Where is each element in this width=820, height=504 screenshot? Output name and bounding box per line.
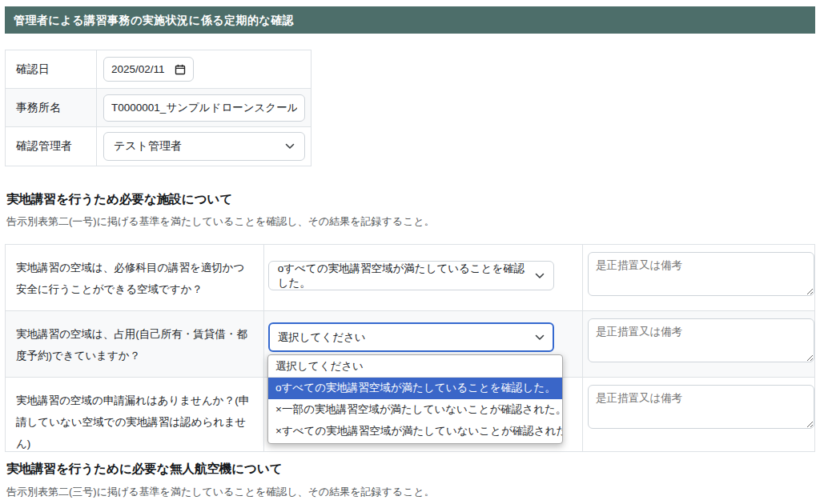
page-title: 管理者による講習事務の実施状況に係る定期的な確認: [5, 6, 815, 34]
airspace-suitability-select-value: oすべての実地講習空域が満たしていることを確認した。: [278, 262, 535, 290]
manager-select[interactable]: テスト管理者: [103, 132, 305, 161]
question-text: 実地講習の空域の申請漏れはありませんか？(申請していない空域での実地講習は認めら…: [6, 378, 264, 451]
remarks-textarea[interactable]: [588, 318, 814, 362]
remarks-textarea[interactable]: [588, 385, 814, 429]
confirm-date-input[interactable]: 2025/02/11: [103, 57, 194, 82]
question-text: 実地講習の空域は、占用(自己所有・賃貸借・都度予約)できていますか？: [6, 311, 264, 377]
info-table: 確認日 2025/02/11 事務所名 確認管理者 テスト管理者: [5, 50, 312, 166]
page: 管理者による講習事務の実施状況に係る定期的な確認 確認日 2025/02/11 …: [0, 0, 820, 504]
chevron-down-icon: [535, 273, 545, 279]
facilities-section-note: 告示別表第二(一号)に掲げる基準を満たしていることを確認し、その結果を記録するこ…: [6, 214, 435, 229]
airspace-occupancy-select-value: 選択してください: [278, 330, 366, 345]
manager-select-value: テスト管理者: [114, 139, 182, 154]
manager-label: 確認管理者: [6, 127, 97, 166]
dropdown-option-highlighted[interactable]: oすべての実地講習空域が満たしていることを確認した。: [268, 378, 562, 399]
aircraft-section-note: 告示別表第二(三号)に掲げる基準を満たしていることを確認し、その結果を記録するこ…: [6, 485, 435, 499]
office-name-label: 事務所名: [6, 89, 97, 126]
confirm-date-label: 確認日: [6, 50, 97, 88]
airspace-suitability-select[interactable]: oすべての実地講習空域が満たしていることを確認した。: [268, 261, 554, 290]
dropdown-option[interactable]: ×すべての実地講習空域が満たしていないことが確認された。: [268, 421, 562, 442]
chevron-down-icon: [285, 143, 295, 150]
dropdown-option[interactable]: 選択してください: [268, 356, 562, 378]
chevron-down-icon: [535, 334, 545, 341]
calendar-icon[interactable]: [175, 64, 186, 75]
confirm-date-value: 2025/02/11: [111, 63, 165, 75]
dropdown-option[interactable]: ×一部の実地講習空域が満たしていないことが確認された。: [268, 399, 562, 421]
table-row: 実地講習の空域は、必修科目の講習を適切かつ安全に行うことができる空域ですか？ o…: [6, 245, 814, 311]
aircraft-section-title: 実地講習を行うために必要な無人航空機について: [6, 461, 283, 478]
table-row: 確認管理者 テスト管理者: [6, 127, 311, 166]
remarks-textarea[interactable]: [588, 252, 814, 296]
table-row: 事務所名: [6, 89, 311, 127]
airspace-occupancy-select[interactable]: 選択してください: [268, 322, 554, 352]
question-text: 実地講習の空域は、必修科目の講習を適切かつ安全に行うことができる空域ですか？: [6, 245, 264, 310]
table-row: 確認日 2025/02/11: [6, 50, 311, 89]
office-name-input[interactable]: [103, 94, 305, 122]
facilities-section-title: 実地講習を行うため必要な施設について: [6, 191, 232, 208]
select-dropdown-popup: 選択してください oすべての実地講習空域が満たしていることを確認した。 ×一部の…: [267, 354, 563, 444]
